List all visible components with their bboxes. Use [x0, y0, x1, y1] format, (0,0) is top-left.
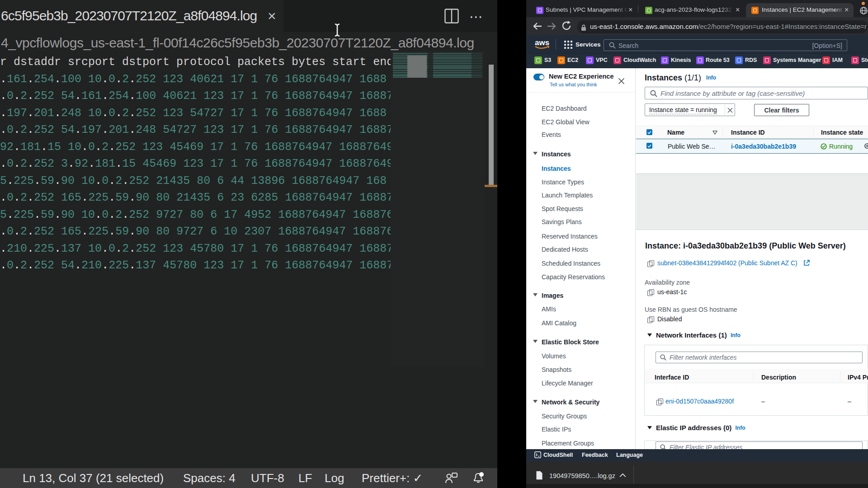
- svg-text:aws: aws: [535, 38, 549, 47]
